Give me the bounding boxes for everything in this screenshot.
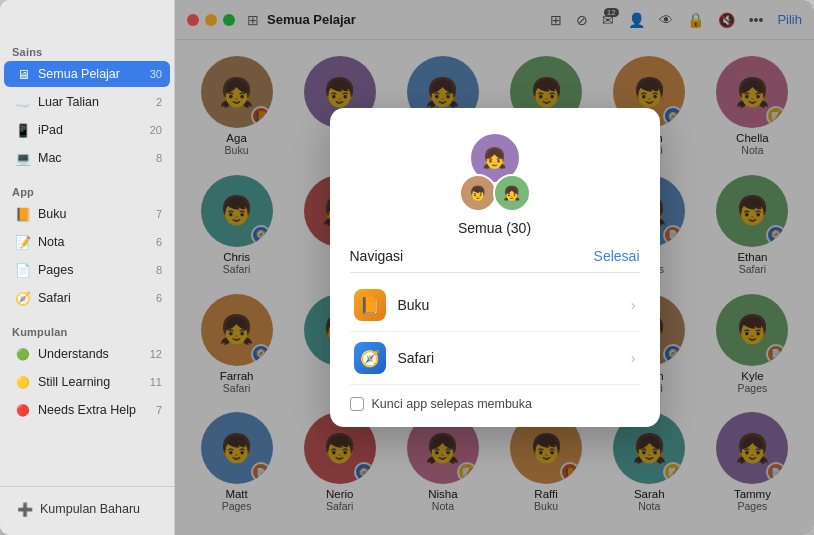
understands-icon: 🟢 xyxy=(14,345,32,363)
modal-app-item-buku[interactable]: 📙 Buku › xyxy=(350,279,640,332)
modal-selesai-button[interactable]: Selesai xyxy=(594,248,640,264)
sidebar-item-semua-pelajar[interactable]: 🖥 Semua Pelajar 30 xyxy=(4,61,170,87)
kunci-app-label: Kunci app selepas membuka xyxy=(372,397,533,411)
sidebar-item-count: 7 xyxy=(156,208,162,220)
avatar-sub1: 👦 xyxy=(459,174,497,212)
modal-section-header: Navigasi Selesai xyxy=(350,248,640,264)
sidebar-item-label: Semua Pelajar xyxy=(38,67,146,81)
sidebar-item-label: iPad xyxy=(38,123,146,137)
sidebar-item-pages[interactable]: 📄 Pages 8 xyxy=(4,257,170,283)
pages-icon: 📄 xyxy=(14,261,32,279)
sidebar-section-kumpulan: Kumpulan xyxy=(0,320,174,340)
sidebar-item-label: Still Learning xyxy=(38,375,146,389)
kunci-app-checkbox[interactable] xyxy=(350,397,364,411)
sidebar-item-buku[interactable]: 📙 Buku 7 xyxy=(4,201,170,227)
sidebar-item-safari[interactable]: 🧭 Safari 6 xyxy=(4,285,170,311)
sidebar-item-luar-talian[interactable]: ☁️ Luar Talian 2 xyxy=(4,89,170,115)
modal-app-name: Buku xyxy=(398,297,631,313)
sidebar-item-count: 6 xyxy=(156,292,162,304)
sidebar-item-label: Buku xyxy=(38,207,152,221)
avatar-sub2: 👧 xyxy=(493,174,531,212)
still-learning-icon: 🟡 xyxy=(14,373,32,391)
modal-overlay: 👧 👦 👧 Semua (30) Navigasi Selesai xyxy=(175,0,814,535)
sidebar-item-count: 12 xyxy=(150,348,162,360)
modal-app-item-safari[interactable]: 🧭 Safari › xyxy=(350,332,640,385)
sidebar-item-count: 8 xyxy=(156,152,162,164)
sidebar-item-count: 8 xyxy=(156,264,162,276)
sidebar-item-nota[interactable]: 📝 Nota 6 xyxy=(4,229,170,255)
buku-app-icon: 📙 xyxy=(354,289,386,321)
app-window: Sains 🖥 Semua Pelajar 30 ☁️ Luar Talian … xyxy=(0,0,814,535)
sidebar-item-count: 6 xyxy=(156,236,162,248)
modal-navigasi-label: Navigasi xyxy=(350,248,404,264)
sidebar-item-count: 7 xyxy=(156,404,162,416)
sidebar-bottom: ➕ Kumpulan Baharu xyxy=(0,486,174,535)
sidebar: Sains 🖥 Semua Pelajar 30 ☁️ Luar Talian … xyxy=(0,0,175,535)
sidebar-section-app: App xyxy=(0,180,174,200)
sidebar-item-count: 11 xyxy=(150,376,162,388)
modal-group-avatar: 👧 👦 👧 xyxy=(455,132,535,212)
sidebar-item-understands[interactable]: 🟢 Understands 12 xyxy=(4,341,170,367)
ipad-icon: 📱 xyxy=(14,121,32,139)
modal-app-name: Safari xyxy=(398,350,631,366)
nota-icon: 📝 xyxy=(14,233,32,251)
sidebar-item-label: Luar Talian xyxy=(38,95,152,109)
modal-footer: Kunci app selepas membuka xyxy=(350,397,640,411)
modal-divider xyxy=(350,272,640,273)
sidebar-item-label: Pages xyxy=(38,263,152,277)
sidebar-item-label: Safari xyxy=(38,291,152,305)
sidebar-item-ipad[interactable]: 📱 iPad 20 xyxy=(4,117,170,143)
navigation-modal: 👧 👦 👧 Semua (30) Navigasi Selesai xyxy=(330,108,660,427)
sidebar-item-label: Needs Extra Help xyxy=(38,403,152,417)
luar-talian-icon: ☁️ xyxy=(14,93,32,111)
safari-app-icon: 🧭 xyxy=(354,342,386,374)
main-content: ⊞ Semua Pelajar ⊞ ⊘ ✉ 12 👤 👁 🔒 🔇 ••• Pil… xyxy=(175,0,814,535)
semua-pelajar-icon: 🖥 xyxy=(14,65,32,83)
sidebar-bottom-label: Kumpulan Baharu xyxy=(40,502,140,516)
sidebar-section-sains: Sains xyxy=(0,40,174,60)
buku-icon: 📙 xyxy=(14,205,32,223)
chevron-right-icon: › xyxy=(631,350,636,366)
sidebar-item-mac[interactable]: 💻 Mac 8 xyxy=(4,145,170,171)
sidebar-item-label: Understands xyxy=(38,347,146,361)
sidebar-item-count: 20 xyxy=(150,124,162,136)
sidebar-item-label: Mac xyxy=(38,151,152,165)
sidebar-item-still-learning[interactable]: 🟡 Still Learning 11 xyxy=(4,369,170,395)
safari-icon: 🧭 xyxy=(14,289,32,307)
sidebar-item-needs-extra-help[interactable]: 🔴 Needs Extra Help 7 xyxy=(4,397,170,423)
add-group-icon: ➕ xyxy=(16,500,34,518)
mac-icon: 💻 xyxy=(14,149,32,167)
sidebar-item-count: 2 xyxy=(156,96,162,108)
modal-semua-label: Semua (30) xyxy=(458,220,531,236)
chevron-right-icon: › xyxy=(631,297,636,313)
sidebar-item-count: 30 xyxy=(150,68,162,80)
sidebar-item-label: Nota xyxy=(38,235,152,249)
sidebar-kumpulan-baharu[interactable]: ➕ Kumpulan Baharu xyxy=(8,495,166,523)
needs-extra-help-icon: 🔴 xyxy=(14,401,32,419)
